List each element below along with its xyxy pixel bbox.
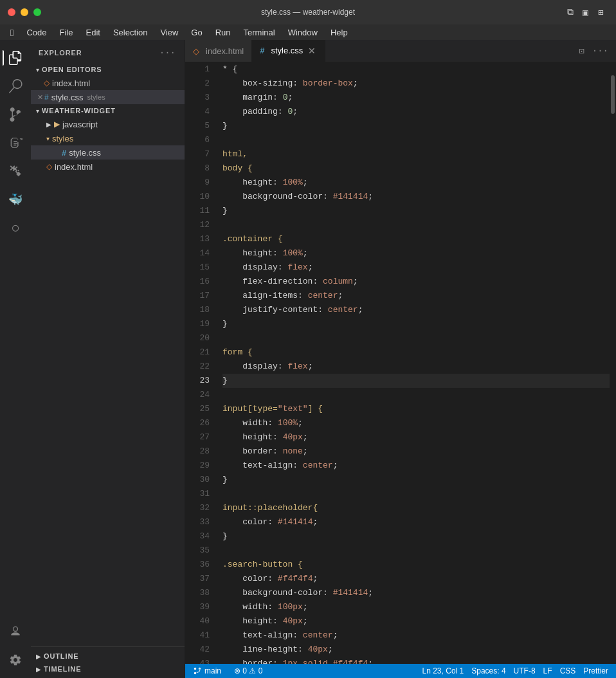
- code-line-24[interactable]: [222, 388, 610, 402]
- code-line-13[interactable]: .container {: [222, 232, 610, 246]
- code-line-42[interactable]: line-height: 40px;: [222, 643, 610, 657]
- menu-run[interactable]: Run: [210, 26, 236, 39]
- menu-selection[interactable]: Selection: [108, 26, 152, 39]
- grid-icon[interactable]: ⊞: [598, 7, 608, 17]
- remote-activity-icon[interactable]: ◯: [3, 215, 28, 241]
- code-line-8[interactable]: body {: [222, 161, 610, 176]
- code-line-25[interactable]: input[type="text"] {: [222, 402, 610, 416]
- code-line-35[interactable]: [222, 544, 610, 558]
- explorer-activity-icon[interactable]: [3, 45, 28, 71]
- code-line-15[interactable]: display: flex;: [222, 261, 610, 275]
- menu-window[interactable]: Window: [283, 26, 323, 39]
- open-editors-label: OPEN EDITORS: [42, 66, 102, 73]
- split-editor-btn[interactable]: ⊡: [576, 44, 586, 58]
- code-line-37[interactable]: color: #f4f4f4;: [222, 572, 610, 586]
- menu-file[interactable]: File: [55, 26, 78, 39]
- code-line-11[interactable]: }: [222, 204, 610, 218]
- code-editor[interactable]: 1234567891011121314151617181920212223242…: [185, 62, 616, 664]
- docker-activity-icon[interactable]: 🐳: [3, 187, 28, 212]
- run-debug-activity-icon[interactable]: [3, 130, 28, 156]
- minimize-button[interactable]: [21, 8, 28, 16]
- open-editor-index-html[interactable]: ◇ index.html: [31, 76, 185, 90]
- code-line-18[interactable]: justify-content: center;: [222, 303, 610, 317]
- code-line-4[interactable]: padding: 0;: [222, 105, 610, 119]
- tab-index-html[interactable]: ◇ index.html: [185, 40, 252, 62]
- extensions-activity-icon[interactable]: [3, 158, 28, 184]
- code-line-10[interactable]: background-color: #141414;: [222, 190, 610, 204]
- code-line-38[interactable]: background-color: #141414;: [222, 586, 610, 600]
- timeline-header[interactable]: ▶ TIMELINE: [31, 663, 185, 675]
- code-line-17[interactable]: align-items: center;: [222, 289, 610, 303]
- code-line-1[interactable]: * {: [222, 62, 610, 77]
- style-css-file[interactable]: # style.css: [31, 145, 185, 160]
- code-line-28[interactable]: border: none;: [222, 444, 610, 459]
- code-line-31[interactable]: [222, 487, 610, 501]
- code-line-20[interactable]: [222, 331, 610, 345]
- code-line-39[interactable]: width: 100px;: [222, 600, 610, 614]
- code-line-21[interactable]: form {: [222, 345, 610, 360]
- scrollbar-thumb[interactable]: [611, 75, 615, 114]
- split-editor-icon[interactable]: ⧉: [567, 7, 577, 17]
- styles-folder[interactable]: ▾ styles: [31, 131, 185, 145]
- indent-status[interactable]: Spaces: 4: [469, 666, 508, 675]
- code-line-19[interactable]: }: [222, 317, 610, 331]
- code-line-40[interactable]: height: 40px;: [222, 614, 610, 628]
- code-line-41[interactable]: text-align: center;: [222, 628, 610, 643]
- maximize-button[interactable]: [33, 8, 41, 16]
- code-line-2[interactable]: box-sizing: border-box;: [222, 77, 610, 91]
- open-editor-style-css[interactable]: ✕ # style.css styles: [31, 90, 185, 104]
- code-line-27[interactable]: height: 40px;: [222, 430, 610, 444]
- more-options-icon[interactable]: ···: [158, 46, 177, 59]
- code-line-34[interactable]: }: [222, 529, 610, 544]
- encoding-status[interactable]: UTF-8: [511, 666, 538, 675]
- language-status[interactable]: CSS: [557, 666, 579, 675]
- code-line-29[interactable]: text-align: center;: [222, 459, 610, 473]
- settings-activity-icon[interactable]: [3, 647, 28, 673]
- menu-edit[interactable]: Edit: [81, 26, 105, 39]
- code-line-3[interactable]: margin: 0;: [222, 91, 610, 105]
- source-control-activity-icon[interactable]: [3, 102, 28, 127]
- code-line-9[interactable]: height: 100%;: [222, 176, 610, 190]
- code-line-30[interactable]: }: [222, 473, 610, 487]
- branch-status[interactable]: main: [190, 666, 224, 675]
- layout-icon[interactable]: ▣: [583, 7, 593, 17]
- more-tab-btn[interactable]: ···: [590, 44, 611, 57]
- code-line-43[interactable]: border: 1px solid #f4f4f4;: [222, 657, 610, 664]
- menu-code[interactable]: Code: [21, 26, 51, 39]
- cursor-pos-status[interactable]: Ln 23, Col 1: [420, 666, 467, 675]
- line-number-42: 42: [185, 643, 210, 657]
- formatter-status[interactable]: Prettier: [581, 666, 611, 675]
- title-bar: style.css — weather-widget ⧉ ▣ ⊞: [0, 0, 616, 24]
- index-html-file[interactable]: ◇ index.html: [31, 160, 185, 174]
- menu-go[interactable]: Go: [186, 26, 207, 39]
- outline-header[interactable]: ▶ OUTLINE: [31, 650, 185, 663]
- editor-scrollbar[interactable]: [610, 62, 616, 664]
- code-line-36[interactable]: .search-button {: [222, 558, 610, 572]
- code-line-7[interactable]: html,: [222, 147, 610, 161]
- code-line-33[interactable]: color: #141414;: [222, 515, 610, 529]
- errors-status[interactable]: ⊗ 0 ⚠ 0: [231, 666, 265, 675]
- javascript-folder[interactable]: ▶ ▶ javascript: [31, 117, 185, 131]
- tab-close-button[interactable]: ✕: [307, 45, 317, 57]
- code-line-5[interactable]: }: [222, 119, 610, 133]
- code-line-23[interactable]: }: [222, 374, 610, 388]
- code-line-16[interactable]: flex-direction: column;: [222, 275, 610, 289]
- search-activity-icon[interactable]: [3, 73, 28, 99]
- apple-menu[interactable]: : [5, 26, 19, 39]
- code-line-22[interactable]: display: flex;: [222, 360, 610, 374]
- weather-widget-header[interactable]: ▾ WEATHER-WIDGET: [31, 104, 185, 117]
- account-activity-icon[interactable]: [3, 619, 28, 645]
- code-line-14[interactable]: height: 100%;: [222, 246, 610, 261]
- code-line-6[interactable]: [222, 133, 610, 147]
- menu-view[interactable]: View: [155, 26, 183, 39]
- line-endings-status[interactable]: LF: [541, 666, 555, 675]
- tab-style-css[interactable]: # style.css ✕: [252, 40, 325, 62]
- menu-terminal[interactable]: Terminal: [239, 26, 280, 39]
- code-line-32[interactable]: input::placeholder{: [222, 501, 610, 515]
- code-line-12[interactable]: [222, 218, 610, 232]
- open-editors-header[interactable]: ▾ OPEN EDITORS: [31, 63, 185, 76]
- code-area[interactable]: * { box-sizing: border-box; margin: 0; p…: [217, 62, 610, 664]
- code-line-26[interactable]: width: 100%;: [222, 416, 610, 430]
- close-button[interactable]: [8, 8, 15, 16]
- menu-help[interactable]: Help: [325, 26, 353, 39]
